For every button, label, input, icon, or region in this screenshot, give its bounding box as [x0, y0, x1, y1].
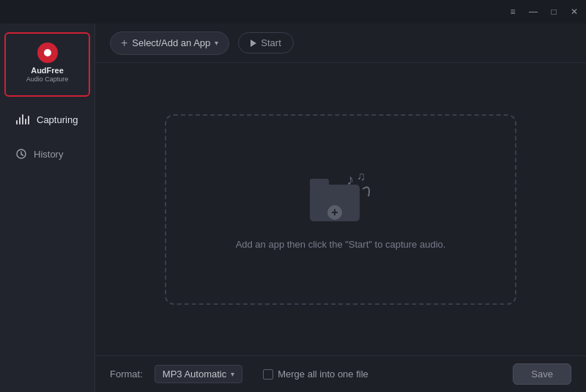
drop-zone: + ♪ ♫ Add an app then click the "Start" …	[165, 114, 516, 305]
main-panel: + Select/Add an App ▾ Start +	[95, 23, 586, 392]
logo-record-icon	[37, 42, 58, 63]
select-add-app-button[interactable]: + Select/Add an App ▾	[110, 32, 229, 55]
merge-label: Merge all into one file	[278, 369, 368, 380]
logo-subtitle: Audio Capture	[26, 75, 69, 84]
content-area: + ♪ ♫ Add an app then click the "Start" …	[95, 63, 586, 355]
minimize-button[interactable]: —	[527, 6, 539, 18]
svg-line-2	[21, 155, 23, 156]
format-chevron-icon: ▾	[231, 370, 234, 378]
bars-icon	[16, 114, 29, 125]
empty-state-text: Add an app then click the "Start" to cap…	[236, 239, 446, 250]
capturing-label: Capturing	[37, 114, 78, 125]
play-icon	[251, 40, 256, 47]
chevron-down-icon: ▾	[215, 39, 218, 47]
svg-text:+: +	[331, 206, 338, 218]
close-button[interactable]: ✕	[568, 6, 580, 18]
start-button[interactable]: Start	[238, 32, 293, 53]
clock-icon	[16, 149, 26, 159]
format-select[interactable]: MP3 Automatic ▾	[155, 365, 242, 383]
start-label: Start	[261, 37, 281, 48]
save-button[interactable]: Save	[513, 363, 571, 385]
sidebar-item-capturing[interactable]: Capturing	[4, 104, 90, 136]
merge-checkbox-group: Merge all into one file	[263, 369, 368, 380]
title-bar: ≡ — □ ✕	[0, 0, 586, 23]
sidebar-item-history[interactable]: History	[4, 138, 90, 170]
format-label: Format:	[110, 369, 143, 380]
plus-icon: +	[121, 37, 127, 50]
empty-state-icon: + ♪ ♫	[304, 169, 377, 227]
select-app-label: Select/Add an App	[132, 37, 210, 48]
svg-text:♪: ♪	[346, 171, 354, 188]
history-label: History	[34, 149, 63, 160]
svg-rect-4	[310, 179, 329, 188]
bottom-bar: Format: MP3 Automatic ▾ Merge all into o…	[95, 355, 586, 392]
maximize-button[interactable]: □	[548, 6, 560, 18]
svg-text:♫: ♫	[357, 170, 366, 182]
app-logo[interactable]: AudFree Audio Capture	[4, 32, 90, 97]
format-value: MP3 Automatic	[163, 369, 226, 380]
merge-checkbox[interactable]	[263, 369, 273, 380]
sidebar: AudFree Audio Capture Capturing History	[0, 23, 95, 392]
toolbar: + Select/Add an App ▾ Start	[95, 23, 586, 63]
menu-icon[interactable]: ≡	[507, 6, 519, 18]
logo-name: AudFree	[31, 66, 64, 75]
